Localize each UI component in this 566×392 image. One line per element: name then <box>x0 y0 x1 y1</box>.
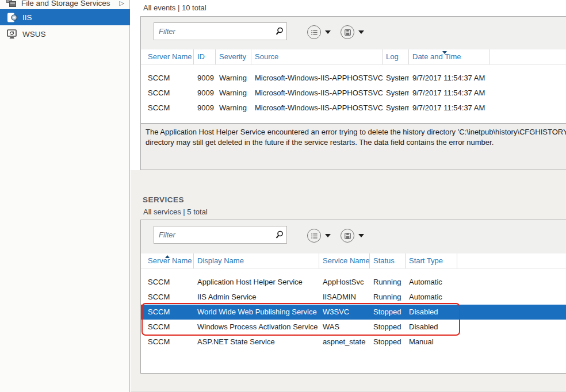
cell-source: Microsoft-Windows-IIS-APPHOSTSVC <box>251 86 383 101</box>
events-col-filler <box>489 49 566 64</box>
sidebar-item-wsus[interactable]: WSUS <box>0 26 130 42</box>
save-disk-icon <box>345 233 351 239</box>
cell-display-name: ASP.NET State Service <box>194 335 319 349</box>
services-table-header: Server Name Display Name Service Name St… <box>141 253 566 269</box>
cell-display-name: Windows Process Activation Service <box>194 320 319 335</box>
table-row[interactable]: SCCM 9009 Warning Microsoft-Windows-IIS-… <box>141 71 566 86</box>
table-row[interactable]: SCCM IIS Admin Service IISADMIN Running … <box>141 290 566 305</box>
tasks-list-button[interactable] <box>307 229 321 243</box>
wsus-monitor-icon <box>6 29 18 40</box>
events-col-log[interactable]: Log <box>383 49 409 64</box>
cell-server: SCCM <box>141 101 194 116</box>
save-dropdown-icon[interactable] <box>358 30 364 34</box>
cell-datetime: 9/7/2017 11:54:37 AM <box>409 71 489 86</box>
events-panel: Server Name ID Severity Source Log Date … <box>140 16 566 170</box>
events-toolbar <box>141 17 566 49</box>
cell-service-name: IISADMIN <box>319 290 370 305</box>
cell-status: Stopped <box>370 320 406 335</box>
cell-severity: Warning <box>216 71 251 86</box>
save-dropdown-icon[interactable] <box>358 234 364 237</box>
cell-server: SCCM <box>141 320 194 335</box>
sidebar-item-label: WSUS <box>22 30 46 39</box>
cell-display-name: World Wide Web Publishing Service <box>194 305 319 320</box>
cell-status: Stopped <box>370 335 406 349</box>
events-filter <box>154 22 287 40</box>
event-detail-text: The Application Host Helper Service enco… <box>141 123 566 170</box>
sort-descending-icon <box>442 51 447 54</box>
cell-display-name: Application Host Helper Service <box>194 275 319 290</box>
cell-service-name: W3SVC <box>319 305 370 320</box>
cell-service-name: aspnet_state <box>319 335 370 349</box>
storage-server-icon <box>5 0 17 8</box>
cell-start-type: Automatic <box>406 275 457 290</box>
cell-severity: Warning <box>216 86 251 101</box>
sidebar-item-file-storage-services[interactable]: File and Storage Services ▷ <box>0 0 130 9</box>
cell-start-type: Automatic <box>406 290 457 305</box>
chevron-right-icon[interactable]: ▷ <box>120 0 124 6</box>
events-title: EVENTS <box>143 0 175 1</box>
cell-start-type: Manual <box>406 335 457 349</box>
services-col-start-type[interactable]: Start Type <box>406 253 457 268</box>
services-rows: SCCM Application Host Helper Service App… <box>141 269 566 373</box>
cell-status: Running <box>370 290 406 305</box>
cell-source: Microsoft-Windows-IIS-APPHOSTSVC <box>251 101 383 116</box>
tasks-list-button[interactable] <box>307 25 321 39</box>
event-detail-line2: directory may still get deleted in the f… <box>146 137 566 148</box>
cell-server: SCCM <box>141 86 194 101</box>
services-panel: Server Name Display Name Service Name St… <box>140 220 566 374</box>
cell-server: SCCM <box>141 335 194 349</box>
main-content: EVENTS All events | 10 total <box>131 0 566 392</box>
cell-server: SCCM <box>141 71 194 86</box>
table-row[interactable]: SCCM 9009 Warning Microsoft-Windows-IIS-… <box>141 86 566 101</box>
cell-datetime: 9/7/2017 11:54:37 AM <box>409 86 489 101</box>
sort-ascending-icon <box>165 255 170 258</box>
table-row[interactable]: SCCM ASP.NET State Service aspnet_state … <box>141 335 566 349</box>
services-col-server-name[interactable]: Server Name <box>141 253 194 268</box>
sidebar-item-label: File and Storage Services <box>21 0 110 7</box>
cell-service-name: AppHostSvc <box>319 275 370 290</box>
cell-start-type: Disabled <box>406 320 457 335</box>
events-col-date-time[interactable]: Date and Time <box>409 49 489 64</box>
services-filter <box>154 226 287 244</box>
events-filter-input[interactable] <box>154 22 287 40</box>
table-row-selected[interactable]: SCCM World Wide Web Publishing Service W… <box>141 305 566 320</box>
cell-server: SCCM <box>141 275 194 290</box>
services-subtitle: All services | 5 total <box>143 207 208 216</box>
tasks-list-dropdown-icon[interactable] <box>325 30 331 34</box>
events-col-source[interactable]: Source <box>251 49 383 64</box>
cell-service-name: WAS <box>319 320 370 335</box>
table-row[interactable]: SCCM 9009 Warning Microsoft-Windows-IIS-… <box>141 101 566 116</box>
tasks-list-dropdown-icon[interactable] <box>325 234 331 237</box>
table-row[interactable]: SCCM Windows Process Activation Service … <box>141 320 566 335</box>
cell-start-type: Disabled <box>406 305 457 320</box>
events-col-server-name[interactable]: Server Name <box>141 49 194 64</box>
iis-icon <box>6 12 18 22</box>
list-icon <box>311 233 318 239</box>
window-bottom-edge <box>131 391 566 391</box>
save-disk-icon <box>345 29 351 36</box>
services-col-status[interactable]: Status <box>370 253 406 268</box>
services-title: SERVICES <box>143 195 184 204</box>
events-subtitle: All events | 10 total <box>143 3 206 12</box>
services-col-filler <box>457 253 566 268</box>
services-filter-input[interactable] <box>154 226 287 244</box>
save-button[interactable] <box>341 229 354 243</box>
cell-display-name: IIS Admin Service <box>194 290 319 305</box>
cell-server: SCCM <box>141 290 194 305</box>
sidebar-item-iis[interactable]: IIS <box>0 9 130 25</box>
events-col-severity[interactable]: Severity <box>216 49 251 64</box>
table-row[interactable]: SCCM Application Host Helper Service App… <box>141 275 566 290</box>
cell-source: Microsoft-Windows-IIS-APPHOSTSVC <box>251 71 383 86</box>
sidebar-item-label: IIS <box>22 13 32 22</box>
cell-status: Running <box>370 275 406 290</box>
services-col-display-name[interactable]: Display Name <box>194 253 319 268</box>
cell-id: 9009 <box>194 71 216 86</box>
cell-log: System <box>383 86 409 101</box>
save-button[interactable] <box>341 25 354 39</box>
cell-log: System <box>383 101 409 116</box>
cell-server: SCCM <box>141 305 194 320</box>
events-col-id[interactable]: ID <box>194 49 216 64</box>
services-toolbar <box>141 220 566 253</box>
cell-status: Stopped <box>370 305 406 320</box>
services-col-service-name[interactable]: Service Name <box>319 253 370 268</box>
